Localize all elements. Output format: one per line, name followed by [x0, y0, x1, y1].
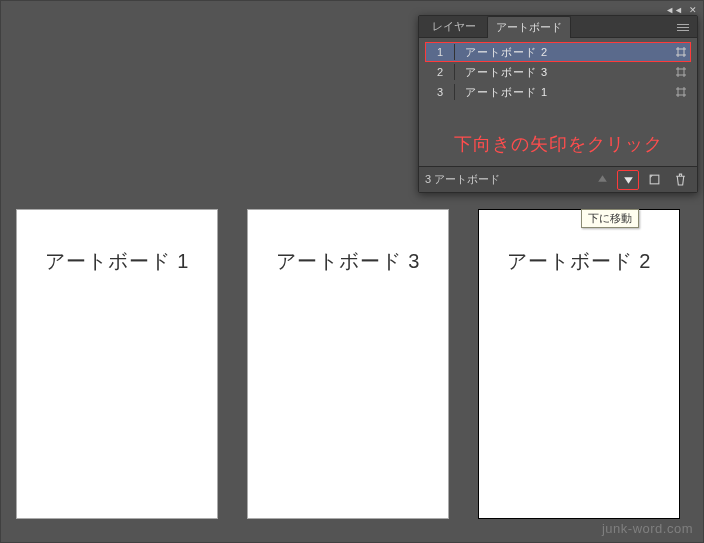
artboard-row[interactable]: 1 アートボード 2 [425, 42, 691, 62]
panel-tabs: レイヤー アートボード [419, 16, 697, 38]
close-icon[interactable]: ✕ [689, 5, 697, 15]
artboard-list: 1 アートボード 2 2 アートボード 3 3 アートボード 1 [419, 38, 697, 104]
tab-artboards[interactable]: アートボード [487, 16, 571, 38]
artboards-panel: ◄◄ ✕ レイヤー アートボード 1 アートボード 2 2 アートボード 3 [418, 15, 698, 193]
artboard-card-selected[interactable]: アートボード 2 [479, 210, 679, 518]
tooltip: 下に移動 [581, 209, 639, 228]
canvas-area: アートボード 1 アートボード 3 アートボード 2 ◄◄ ✕ レイヤー アート… [0, 0, 704, 543]
row-name: アートボード 2 [465, 45, 672, 60]
new-artboard-icon[interactable] [643, 170, 665, 190]
move-down-icon[interactable] [617, 170, 639, 190]
artboard-card[interactable]: アートボード 1 [17, 210, 217, 518]
artboard-title: アートボード 1 [17, 248, 217, 275]
row-index: 3 [426, 86, 454, 98]
row-index: 2 [426, 66, 454, 78]
delete-icon[interactable] [669, 170, 691, 190]
annotation-text: 下向きの矢印をクリック [419, 104, 697, 166]
row-index: 1 [426, 46, 454, 58]
artboard-row[interactable]: 2 アートボード 3 [425, 62, 691, 82]
panel-footer: 3 アートボード [419, 166, 697, 192]
artboard-title: アートボード 3 [248, 248, 448, 275]
artboard-count-label: 3 アートボード [425, 172, 587, 187]
row-sep [454, 84, 455, 100]
panel-menu-icon[interactable] [677, 19, 693, 35]
row-sep [454, 44, 455, 60]
row-name: アートボード 1 [465, 85, 672, 100]
collapse-icon[interactable]: ◄◄ [665, 5, 683, 15]
panel-window-controls: ◄◄ ✕ [665, 4, 697, 16]
artboard-options-icon[interactable] [672, 66, 690, 78]
artboard-title: アートボード 2 [479, 248, 679, 275]
move-up-icon[interactable] [591, 170, 613, 190]
watermark-text: junk-word.com [602, 521, 693, 536]
tab-layers[interactable]: レイヤー [423, 15, 485, 37]
artboard-options-icon[interactable] [672, 46, 690, 58]
row-name: アートボード 3 [465, 65, 672, 80]
artboard-options-icon[interactable] [672, 86, 690, 98]
artboard-card[interactable]: アートボード 3 [248, 210, 448, 518]
artboard-row[interactable]: 3 アートボード 1 [425, 82, 691, 102]
row-sep [454, 64, 455, 80]
